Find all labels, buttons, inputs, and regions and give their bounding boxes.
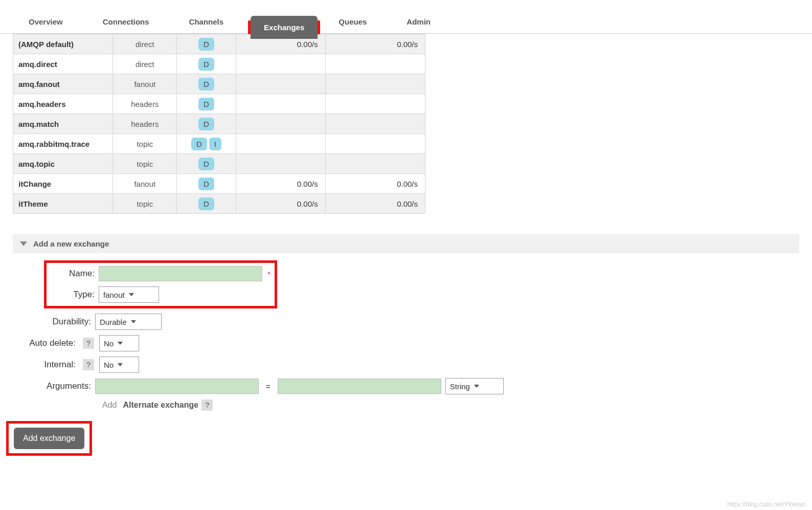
argument-value-input[interactable] (278, 379, 441, 394)
nav-tabs: Overview Connections Channels Exchanges … (0, 0, 812, 34)
rate-out (325, 94, 425, 114)
autodelete-label: Auto delete: (0, 338, 80, 348)
durability-value: Durable (100, 318, 127, 326)
exchange-name[interactable]: amq.fanout (13, 74, 113, 94)
rate-out (325, 114, 425, 134)
tab-channels[interactable]: Channels (176, 10, 237, 33)
exchange-type: headers (113, 114, 177, 134)
type-label: Type: (51, 290, 99, 300)
internal-select[interactable]: No (99, 357, 139, 373)
table-row: amq.matchheadersD (13, 114, 425, 134)
exchange-features: D (177, 174, 236, 194)
chevron-down-icon (129, 293, 134, 296)
tab-admin[interactable]: Admin (393, 10, 444, 33)
feature-badge: D (198, 118, 214, 130)
table-row: itThemetopicD0.00/s0.00/s (13, 194, 425, 214)
chevron-down-icon (474, 385, 479, 388)
autodelete-value: No (104, 339, 114, 348)
exchange-name[interactable]: itTheme (13, 194, 113, 214)
rate-out (325, 154, 425, 174)
feature-badge: D (198, 158, 214, 170)
exchange-features: D (177, 74, 236, 94)
tab-exchanges[interactable]: Exchanges (251, 16, 318, 39)
feature-badge: D (198, 78, 214, 91)
required-star: * (267, 270, 270, 278)
table-row: amq.directdirectD (13, 54, 425, 74)
name-label: Name: (51, 269, 99, 279)
rate-in (236, 154, 325, 174)
exchange-features: D (177, 54, 236, 74)
exchange-name[interactable]: amq.rabbitmq.trace (13, 134, 113, 154)
exchange-features: D (177, 114, 236, 134)
exchange-name[interactable]: amq.match (13, 114, 113, 134)
exchange-features: D (177, 34, 236, 54)
durability-label: Durability: (0, 317, 95, 327)
internal-value: No (104, 361, 114, 369)
feature-badge: D (191, 138, 207, 150)
exchange-features: D (177, 94, 236, 114)
type-value: fanout (103, 291, 125, 299)
exchange-type: headers (113, 94, 177, 114)
feature-badge: D (198, 38, 214, 51)
exchange-name[interactable]: (AMQP default) (13, 34, 113, 54)
rate-in (236, 94, 325, 114)
feature-badge: D (198, 98, 214, 110)
chevron-down-icon (131, 320, 136, 323)
tab-queues[interactable]: Queues (325, 10, 380, 33)
argument-key-input[interactable] (95, 379, 259, 394)
add-exchange-form: Name: * Type: fanout Durability: Durable… (0, 260, 812, 456)
type-select[interactable]: fanout (99, 286, 159, 303)
exchange-type: topic (113, 154, 177, 174)
autodelete-select[interactable]: No (99, 335, 139, 351)
exchange-features: D (177, 154, 236, 174)
chevron-down-icon (118, 363, 123, 366)
equals-sign: = (263, 382, 274, 391)
exchanges-table: (AMQP default)directD0.00/s0.00/samq.dir… (13, 34, 425, 214)
highlight-name-type: Name: * Type: fanout (44, 260, 277, 308)
caret-down-icon (20, 241, 27, 246)
exchange-name[interactable]: amq.headers (13, 94, 113, 114)
alternate-exchange-label[interactable]: Alternate exchange (123, 401, 198, 410)
rate-out (325, 54, 425, 74)
add-argument-link[interactable]: Add (102, 401, 117, 410)
exchange-features: D (177, 194, 236, 214)
highlight-exchanges-tab: Exchanges (248, 20, 320, 34)
argument-type-select[interactable]: String (445, 378, 504, 394)
altex-help-icon[interactable]: ? (201, 400, 213, 411)
rate-in (236, 114, 325, 134)
durability-select[interactable]: Durable (95, 314, 162, 330)
exchange-features: DI (177, 134, 236, 154)
table-row: (AMQP default)directD0.00/s0.00/s (13, 34, 425, 54)
table-row: itChangefanoutD0.00/s0.00/s (13, 174, 425, 194)
exchange-type: topic (113, 194, 177, 214)
argument-type-value: String (450, 382, 470, 391)
exchange-type: direct (113, 34, 177, 54)
rate-out: 0.00/s (325, 194, 425, 214)
arguments-label: Arguments: (0, 381, 95, 391)
exchange-type: direct (113, 54, 177, 74)
internal-label: Internal: (0, 360, 80, 370)
rate-in: 0.00/s (236, 194, 325, 214)
table-row: amq.fanoutfanoutD (13, 74, 425, 94)
name-input[interactable] (99, 266, 262, 281)
exchange-name[interactable]: amq.topic (13, 154, 113, 174)
rate-in: 0.00/s (236, 174, 325, 194)
feature-badge: I (209, 138, 221, 150)
rate-in (236, 134, 325, 154)
autodelete-help-icon[interactable]: ? (83, 338, 94, 349)
rate-out (325, 134, 425, 154)
tab-overview[interactable]: Overview (15, 10, 76, 33)
highlight-add-exchange-button: Add exchange (6, 421, 92, 456)
rate-in (236, 54, 325, 74)
rate-out: 0.00/s (325, 34, 425, 54)
chevron-down-icon (118, 342, 123, 345)
rate-out (325, 74, 425, 94)
exchange-type: fanout (113, 74, 177, 94)
add-exchange-button[interactable]: Add exchange (14, 428, 84, 449)
table-row: amq.topictopicD (13, 154, 425, 174)
tab-connections[interactable]: Connections (89, 10, 163, 33)
exchange-name[interactable]: itChange (13, 174, 113, 194)
add-exchange-section-header[interactable]: Add a new exchange (13, 234, 799, 253)
internal-help-icon[interactable]: ? (83, 359, 94, 370)
exchange-name[interactable]: amq.direct (13, 54, 113, 74)
